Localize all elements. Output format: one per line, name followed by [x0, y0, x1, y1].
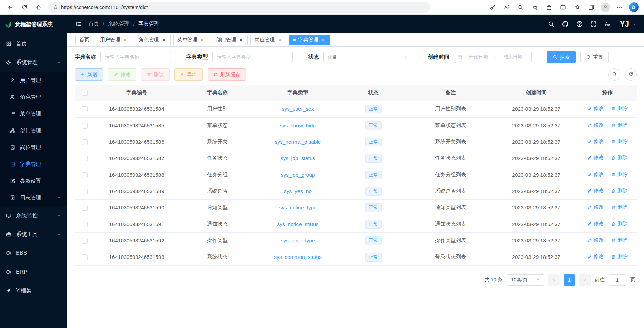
row-edit-button[interactable]: 修改 — [587, 138, 604, 145]
sidebar-item-user[interactable]: 用户管理 — [0, 72, 67, 89]
sidebar-item-erp[interactable]: ERP — [0, 263, 67, 281]
prev-page-button[interactable] — [548, 274, 560, 286]
row-checkbox[interactable] — [82, 254, 88, 260]
sidebar-item-bbs[interactable]: BBS — [0, 244, 67, 263]
address-bar[interactable]: https://ccnetcore.com:1101/system/dict — [48, 2, 430, 13]
app-logo[interactable]: 意框架管理系统 — [0, 15, 67, 34]
back-icon[interactable] — [4, 1, 17, 13]
page-size-select[interactable]: 10条/页 — [507, 274, 544, 286]
goto-page-input[interactable] — [609, 274, 626, 286]
dict-type-input[interactable] — [212, 51, 293, 63]
sidebar-toggle-icon[interactable] — [75, 21, 82, 27]
collections-icon[interactable] — [585, 1, 598, 13]
row-delete-button[interactable]: 删除 — [611, 253, 628, 260]
sidebar-item-tools[interactable]: 系统工具 — [0, 225, 67, 244]
profile-avatar[interactable] — [599, 1, 612, 13]
tab-dept[interactable]: 部门管理× — [212, 35, 248, 45]
dict-type-link[interactable]: sys_notice_status — [277, 221, 318, 227]
sidebar-item-menu[interactable]: 菜单管理 — [0, 105, 67, 122]
row-delete-button[interactable]: 删除 — [611, 221, 628, 227]
add-button[interactable]: 新增 — [75, 68, 103, 81]
delete-button[interactable]: 删除 — [141, 68, 170, 81]
row-edit-button[interactable]: 修改 — [587, 221, 604, 227]
row-edit-button[interactable]: 修改 — [587, 155, 604, 161]
dict-type-link[interactable]: sys_show_hide — [280, 123, 316, 128]
sidebar-item-monitor[interactable]: 系统监控 — [0, 206, 67, 225]
row-edit-button[interactable]: 修改 — [587, 253, 604, 260]
sidebar-item-yi[interactable]: Yi框架 — [0, 281, 67, 300]
row-checkbox[interactable] — [82, 123, 88, 129]
dict-type-link[interactable]: sys_user_sex — [282, 106, 314, 112]
sidebar-item-system[interactable]: 系统管理 — [0, 53, 67, 72]
tab-post[interactable]: 岗位管理× — [250, 35, 286, 45]
row-delete-button[interactable]: 删除 — [611, 105, 628, 112]
dict-type-link[interactable]: sys_yes_no — [284, 188, 312, 194]
favorites-add-icon[interactable] — [528, 1, 541, 13]
toggle-search-button[interactable] — [608, 68, 620, 81]
dict-type-link[interactable]: sys_common_status — [274, 254, 321, 260]
sidebar-item-post[interactable]: 岗位管理 — [0, 139, 67, 156]
breadcrumb-item[interactable]: 首页 — [88, 20, 99, 28]
tab-close-icon[interactable]: × — [277, 37, 282, 43]
dict-type-link[interactable]: sys_job_status — [281, 155, 315, 161]
row-edit-button[interactable]: 修改 — [587, 122, 604, 128]
row-delete-button[interactable]: 删除 — [611, 171, 628, 178]
tab-dict[interactable]: 字典管理× — [289, 35, 330, 45]
tab-user[interactable]: 用户管理× — [96, 35, 132, 45]
refresh-icon[interactable] — [18, 1, 31, 13]
row-checkbox[interactable] — [82, 222, 88, 227]
row-edit-button[interactable]: 修改 — [587, 171, 604, 178]
sidebar-item-dept[interactable]: 部门管理 — [0, 122, 67, 139]
sidebar-item-param[interactable]: 参数设置 — [0, 173, 67, 189]
sidebar-item-log[interactable]: 日志管理 — [0, 189, 67, 206]
row-edit-button[interactable]: 修改 — [587, 105, 604, 112]
tab-close-icon[interactable]: × — [200, 37, 205, 43]
bing-icon[interactable]: b — [627, 1, 640, 13]
sidebar-item-home[interactable]: 首页 — [0, 34, 67, 53]
extensions-icon[interactable] — [543, 1, 555, 13]
dict-type-link[interactable]: sys_normal_disable — [275, 139, 321, 145]
more-icon[interactable] — [613, 1, 626, 13]
row-delete-button[interactable]: 删除 — [611, 138, 628, 145]
next-page-button[interactable] — [579, 274, 591, 286]
select-all-checkbox[interactable] — [82, 90, 88, 96]
dict-type-link[interactable]: sys_oper_type — [281, 238, 315, 243]
refresh-cache-button[interactable]: 刷新缓存 — [208, 68, 246, 81]
row-checkbox[interactable] — [82, 205, 88, 211]
sidebar-item-role[interactable]: 角色管理 — [0, 89, 67, 105]
row-edit-button[interactable]: 修改 — [587, 237, 604, 243]
tab-close-icon[interactable]: × — [321, 37, 326, 43]
user-logo[interactable]: YJ — [620, 19, 629, 29]
search-button[interactable]: 搜索 — [547, 51, 576, 63]
tab-home[interactable]: 首页 — [75, 35, 93, 45]
github-icon[interactable] — [562, 21, 568, 27]
tab-menu[interactable]: 菜单管理× — [173, 35, 209, 45]
dict-type-link[interactable]: sys_notice_type — [279, 205, 316, 210]
dict-type-link[interactable]: sys_job_group — [281, 172, 315, 178]
split-screen-icon[interactable] — [557, 1, 569, 13]
row-checkbox[interactable] — [82, 139, 88, 145]
search-icon[interactable] — [548, 21, 554, 27]
edit-button[interactable]: 修改 — [108, 68, 136, 81]
tab-close-icon[interactable]: × — [161, 37, 167, 43]
row-delete-button[interactable]: 删除 — [611, 155, 628, 161]
row-edit-button[interactable]: 修改 — [587, 204, 604, 210]
favorites-icon[interactable] — [571, 1, 584, 13]
row-checkbox[interactable] — [82, 238, 88, 244]
fullscreen-icon[interactable] — [590, 21, 597, 27]
tab-role[interactable]: 角色管理× — [135, 35, 171, 45]
row-checkbox[interactable] — [82, 106, 88, 112]
tab-close-icon[interactable]: × — [123, 37, 128, 43]
home-icon[interactable] — [32, 1, 45, 13]
read-aloud-icon[interactable] — [500, 1, 513, 13]
row-checkbox[interactable] — [82, 172, 88, 178]
dict-name-input[interactable] — [100, 51, 171, 63]
reset-button[interactable]: 重置 — [580, 51, 609, 63]
row-delete-button[interactable]: 删除 — [611, 237, 628, 243]
row-delete-button[interactable]: 删除 — [611, 188, 628, 194]
status-select[interactable]: 正常 — [323, 51, 412, 63]
row-delete-button[interactable]: 删除 — [611, 204, 628, 210]
export-button[interactable]: 导出 — [174, 68, 203, 81]
question-icon[interactable] — [576, 21, 583, 27]
row-checkbox[interactable] — [82, 189, 88, 194]
